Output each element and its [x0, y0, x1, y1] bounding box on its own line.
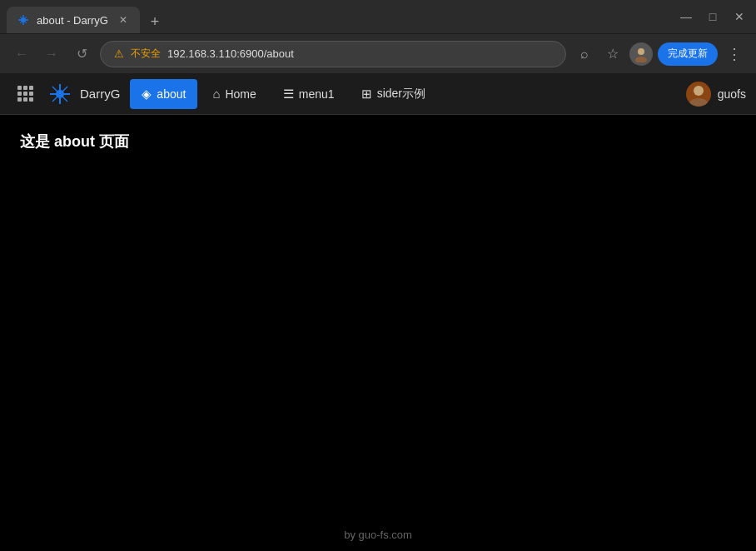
nav-item-home[interactable]: ⌂ Home	[201, 79, 267, 109]
user-info: guofs	[686, 82, 746, 107]
browser-menu-button[interactable]: ⋮	[723, 42, 746, 66]
title-bar: about - DarryG ✕ + — □ ✕	[0, 0, 756, 33]
menu1-nav-icon: ☰	[283, 87, 294, 102]
nav-item-menu1-label: menu1	[299, 87, 335, 101]
update-button[interactable]: 完成更新	[658, 42, 718, 66]
window-controls: — □ ✕	[676, 7, 749, 27]
security-label: 不安全	[131, 47, 161, 61]
url-bar[interactable]: ⚠ 不安全 192.168.3.110:6900/about	[100, 41, 566, 67]
minimize-button[interactable]: —	[676, 7, 696, 27]
app-logo-icon	[47, 81, 73, 107]
profile-button[interactable]	[629, 42, 653, 66]
address-actions: ⌕ ☆ 完成更新 ⋮	[573, 42, 746, 66]
nav-item-home-label: Home	[225, 87, 256, 101]
browser-frame: about - DarryG ✕ + — □ ✕ ← → ↺ ⚠ 不安全 192…	[0, 0, 756, 551]
apps-grid-button[interactable]	[10, 79, 40, 109]
user-name: guofs	[718, 87, 746, 101]
new-tab-button[interactable]: +	[143, 10, 167, 33]
refresh-button[interactable]: ↺	[70, 42, 93, 66]
home-nav-icon: ⌂	[212, 87, 220, 101]
svg-point-12	[694, 86, 704, 96]
maximize-button[interactable]: □	[703, 7, 723, 27]
nav-items: ◈ about ⌂ Home ☰ menu1 ⊞ sider示例	[130, 79, 685, 109]
url-text: 192.168.3.110:6900/about	[167, 47, 552, 60]
app-logo: DarryG	[47, 81, 120, 107]
nav-item-about[interactable]: ◈ about	[130, 79, 197, 109]
nav-item-sider[interactable]: ⊞ sider示例	[350, 79, 437, 109]
about-nav-icon: ◈	[142, 87, 152, 102]
search-icon[interactable]: ⌕	[573, 42, 596, 66]
page-title: 这是 about 页面	[20, 133, 129, 150]
page-content: 这是 about 页面 by guo-fs.com	[0, 115, 756, 551]
tab-bar: about - DarryG ✕ +	[7, 0, 671, 33]
user-avatar[interactable]	[686, 82, 711, 107]
app-logo-text: DarryG	[80, 87, 120, 101]
back-button[interactable]: ←	[10, 42, 33, 66]
tab-close-button[interactable]: ✕	[117, 13, 130, 27]
svg-point-5	[638, 48, 644, 55]
nav-item-about-label: about	[157, 87, 186, 101]
page-footer: by guo-fs.com	[344, 529, 412, 541]
security-icon: ⚠	[114, 47, 124, 60]
browser-tab[interactable]: about - DarryG ✕	[7, 7, 140, 33]
tab-favicon	[17, 13, 30, 27]
app-navbar: DarryG ◈ about ⌂ Home ☰ menu1 ⊞ sider示例	[0, 73, 756, 115]
bookmark-icon[interactable]: ☆	[601, 42, 624, 66]
sider-nav-icon: ⊞	[361, 87, 372, 102]
close-button[interactable]: ✕	[729, 7, 749, 27]
svg-point-6	[635, 57, 647, 62]
nav-item-sider-label: sider示例	[377, 87, 425, 102]
svg-point-13	[689, 98, 708, 107]
grid-icon	[17, 86, 33, 102]
address-bar: ← → ↺ ⚠ 不安全 192.168.3.110:6900/about ⌕ ☆…	[0, 33, 756, 73]
tab-title: about - DarryG	[37, 14, 108, 27]
forward-button[interactable]: →	[40, 42, 63, 66]
nav-item-menu1[interactable]: ☰ menu1	[271, 79, 346, 109]
